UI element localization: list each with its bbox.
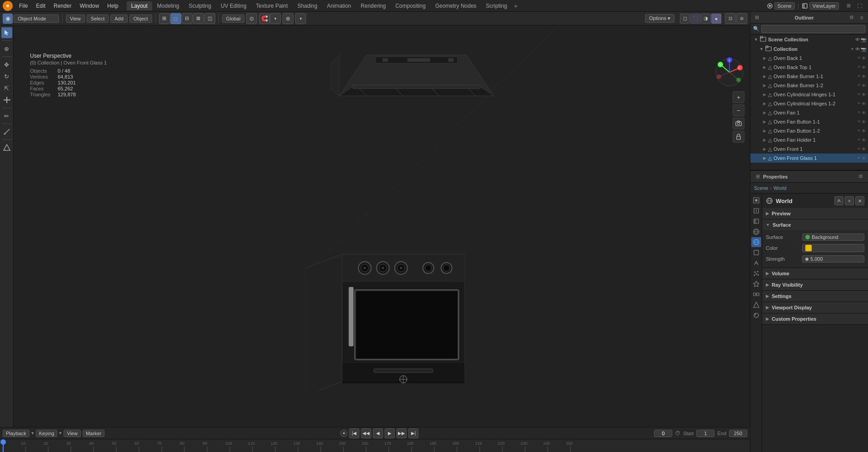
viewport-layout-btn[interactable]: ⊞ [159, 13, 170, 24]
menu-render[interactable]: Render [50, 2, 75, 10]
tool-add-object[interactable] [1, 142, 12, 153]
keying-btn[interactable]: Keying [36, 430, 58, 437]
xray-toggle[interactable]: ⊘ [736, 13, 747, 24]
tl-view-btn[interactable]: View [64, 430, 81, 437]
full-screen-btn[interactable]: ⛶ [854, 1, 864, 11]
shading-rendered[interactable]: ● [711, 14, 721, 24]
tab-sculpting[interactable]: Sculpting [184, 1, 216, 10]
coll-cam-icon[interactable]: 📷 [861, 47, 866, 52]
obj9-eye[interactable]: 👁 [862, 129, 866, 134]
overlay-toggle[interactable]: ⊡ [725, 13, 736, 24]
main-viewport[interactable]: User Perspective (0) Collection | Oven F… [14, 25, 750, 427]
prop-material-icon[interactable] [751, 310, 761, 320]
color-value[interactable] [802, 244, 864, 252]
obj-cyl-hinges-1-1[interactable]: ▶ △ Oven Cylindrical Hinges 1-1 ▼👁 [750, 90, 868, 99]
tool-move[interactable]: ✥ [1, 59, 12, 70]
snap-menu[interactable]: ▾ [270, 13, 281, 24]
world-unlink-btn[interactable]: ✕ [855, 196, 864, 205]
obj-oven-front-glass-1[interactable]: ▶ △ Oven Front Glass 1 ▼👁 [750, 154, 868, 163]
obj-oven-bake-burner-1-1[interactable]: ▶ △ Oven Bake Burner 1-1 ▼👁 [750, 72, 868, 81]
obj2-eye[interactable]: 👁 [862, 65, 866, 70]
prop-world-icon[interactable] [751, 237, 761, 247]
proportional-edit[interactable]: ⊚ [283, 13, 293, 24]
tl-marker-btn[interactable]: Marker [83, 430, 104, 437]
obj-cyl-hinges-1-2[interactable]: ▶ △ Oven Cylindrical Hinges 1-2 ▼👁 [750, 99, 868, 108]
ray-visibility-header[interactable]: ▶ Ray Visibility [762, 279, 868, 290]
jump-end-btn[interactable]: ▶| [408, 428, 418, 438]
frame-dot[interactable]: ● [340, 430, 347, 437]
object-menu[interactable]: Object [129, 15, 152, 23]
collection-row[interactable]: ▼ Collection ▼ 👁 📷 [750, 45, 868, 54]
breadcrumb-world[interactable]: World [774, 185, 787, 191]
tool-rotate[interactable]: ↻ [1, 71, 12, 82]
tab-modeling[interactable]: Modeling [153, 1, 184, 10]
viewport-camera-btn[interactable]: ⊠ [193, 13, 204, 24]
obj10-eye[interactable]: 👁 [862, 138, 866, 143]
shading-solid[interactable]: ⬛ [690, 14, 700, 24]
coll-eye-icon[interactable]: 👁 [855, 47, 860, 52]
jump-start-btn[interactable]: |◀ [349, 428, 359, 438]
tool-annotate[interactable]: ✏ [1, 110, 12, 121]
tab-compositing[interactable]: Compositing [391, 1, 430, 10]
volume-header[interactable]: ▶ Volume [762, 268, 868, 279]
play-btn[interactable]: ▶ [385, 428, 395, 438]
tab-uv-editing[interactable]: UV Editing [216, 1, 251, 10]
prop-scene-icon[interactable] [751, 227, 761, 237]
obj6-eye[interactable]: 👁 [862, 101, 866, 106]
viewport-4-btn[interactable]: ⊟ [182, 13, 193, 24]
oven-model[interactable] [306, 245, 487, 391]
obj4-eye[interactable]: 👁 [862, 83, 866, 88]
obj-fan-btn-1-2[interactable]: ▶ △ Oven Fan Button 1-2 ▼👁 [750, 126, 868, 135]
prop-physics-icon[interactable] [751, 279, 761, 289]
surface-type-selector[interactable]: Background [802, 233, 864, 241]
prop-particles-icon[interactable] [751, 268, 761, 278]
start-frame-field[interactable]: 1 [696, 430, 714, 437]
custom-props-header[interactable]: ▶ Custom Properties [762, 313, 868, 324]
timeline-track[interactable]: 0 10 20 30 40 50 60 70 80 90 100 110 120… [0, 439, 750, 452]
menu-help[interactable]: Help [104, 2, 122, 10]
obj-oven-fan-1[interactable]: ▶ △ Oven Fan 1 ▼👁 [750, 108, 868, 117]
sc-eye-icon[interactable]: 👁 [855, 37, 860, 42]
select-menu[interactable]: Select [87, 15, 109, 23]
obj3-eye[interactable]: 👁 [862, 74, 866, 79]
snap-toggle[interactable]: 🧲 [259, 13, 270, 24]
obj-fan-btn-1-1[interactable]: ▶ △ Oven Fan Button 1-1 ▼👁 [750, 117, 868, 126]
add-workspace-tab[interactable]: + [512, 2, 520, 10]
view-layer-name[interactable]: ViewLayer [809, 2, 839, 10]
obj-oven-front-1[interactable]: ▶ △ Oven Front 1 ▼👁 [750, 144, 868, 154]
prop-object-icon[interactable] [751, 248, 761, 258]
world-browse-btn[interactable] [834, 196, 843, 205]
menu-edit[interactable]: Edit [32, 2, 49, 10]
tool-cursor[interactable]: ⊕ [1, 43, 12, 54]
prop-output-icon[interactable] [751, 206, 761, 216]
playhead[interactable] [3, 439, 4, 452]
outliner-editor-type[interactable]: ⊞ [752, 13, 761, 22]
tool-scale[interactable]: ⇱ [1, 83, 12, 94]
prop-data-icon[interactable] [751, 300, 761, 310]
scene-collection-row[interactable]: ▼ Scene Collection 👁 📷 [750, 35, 868, 45]
world-new-btn[interactable]: + [845, 196, 854, 205]
props-options[interactable]: ⚙ [856, 172, 865, 181]
obj12-eye[interactable]: 👁 [862, 156, 866, 161]
breadcrumb-scene[interactable]: Scene [754, 185, 768, 191]
obj-oven-back-top-1[interactable]: ▶ △ Oven Back Top 1 ▼👁 [750, 63, 868, 72]
prop-modifier-icon[interactable] [751, 258, 761, 268]
sc-cam-icon[interactable]: 📷 [861, 37, 866, 42]
camera-btn[interactable] [733, 118, 744, 129]
strength-value-container[interactable]: 5.000 [802, 255, 864, 263]
viewport-gizmo[interactable]: X Y Z [714, 56, 745, 88]
menu-file[interactable]: File [15, 2, 31, 10]
viewport-display-header[interactable]: ▶ Viewport Display [762, 302, 868, 313]
viewport-single-btn[interactable]: □ [170, 13, 181, 24]
add-menu[interactable]: Add [110, 15, 128, 23]
prop-view-layer-icon[interactable] [751, 216, 761, 226]
tool-measure[interactable] [1, 126, 12, 137]
obj7-eye[interactable]: 👁 [862, 110, 866, 115]
zoom-out-btn[interactable]: − [733, 104, 744, 116]
zoom-in-btn[interactable]: + [733, 91, 744, 103]
transform-global[interactable]: Global [222, 15, 245, 23]
obj5-eye[interactable]: 👁 [862, 92, 866, 97]
tab-animation[interactable]: Animation [322, 1, 356, 10]
lock-view-btn[interactable] [733, 131, 744, 143]
outliner-filter[interactable]: ≡ [857, 13, 866, 22]
